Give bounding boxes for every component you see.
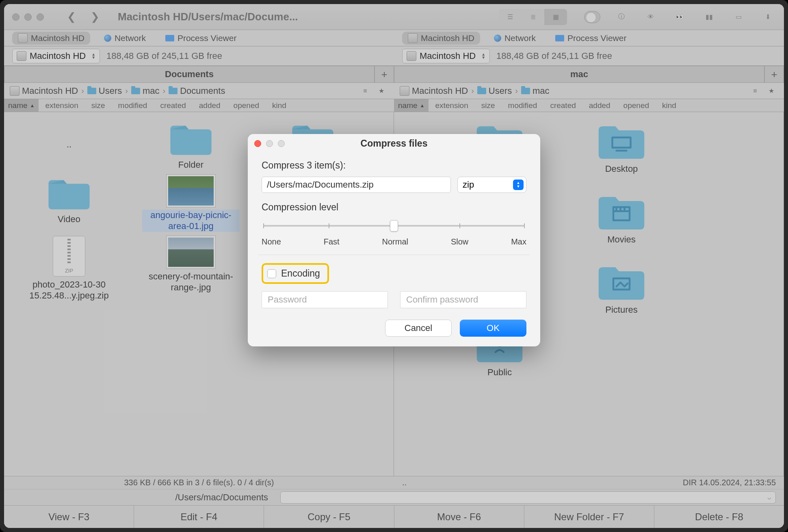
image-thumbnail (167, 236, 215, 268)
column-header-added[interactable]: added (193, 99, 227, 112)
close-window-icon[interactable] (12, 13, 19, 21)
compression-slider[interactable] (263, 218, 525, 233)
tab-add-right[interactable]: + (764, 66, 784, 83)
column-header-extension[interactable]: extension (429, 99, 474, 112)
file-label: .. (67, 139, 71, 150)
column-headers: name▲extensionsizemodifiedcreatedaddedop… (4, 99, 784, 112)
breadcrumb-segment[interactable]: Users (87, 86, 122, 96)
column-header-size[interactable]: size (85, 99, 112, 112)
status-left: 336 KB / 666 KB in 3 / 6 file(s). 0 / 4 … (124, 478, 274, 487)
breadcrumb-segment[interactable]: Users (477, 86, 512, 96)
process-viewer-icon (555, 35, 564, 41)
tab-left[interactable]: Documents (4, 66, 375, 83)
network-icon (494, 35, 501, 42)
toggle-switch[interactable] (584, 9, 600, 25)
file-item[interactable]: ZIPphoto_2023-10-30 15.25.48...y.jpeg.zi… (8, 236, 130, 301)
columns-icon[interactable]: ▮▮ (701, 9, 717, 25)
column-header-opened[interactable]: opened (617, 99, 656, 112)
column-header-name[interactable]: name▲ (4, 99, 39, 112)
volume-select-right[interactable]: Macintosh HD▲▼ (402, 49, 490, 63)
confirm-password-input[interactable]: Confirm password (400, 291, 526, 308)
fn-button[interactable]: New Folder - F7 (524, 506, 654, 528)
favorite-pv-left[interactable]: Process Viewer (160, 32, 242, 45)
nav-back-button[interactable]: ❮ (63, 9, 80, 25)
column-header-kind[interactable]: kind (656, 99, 683, 112)
download-icon[interactable]: ⬇ (760, 9, 776, 25)
breadcrumb-star-icon[interactable]: ★ (764, 85, 778, 97)
folder-icon (521, 88, 530, 94)
breadcrumb-segment[interactable]: Documents (169, 86, 225, 96)
tab-right[interactable]: mac (394, 66, 764, 83)
compression-level-option: Max (511, 237, 526, 247)
favorite-hd-left[interactable]: Macintosh HD (12, 32, 90, 45)
minimize-window-icon[interactable] (24, 13, 32, 21)
view-columns-icon[interactable]: ≣ (522, 9, 544, 25)
favorite-network-right[interactable]: Network (488, 32, 541, 45)
folder-item[interactable]: Movies (561, 191, 682, 245)
compression-level-option: Normal (382, 237, 408, 247)
column-header-name[interactable]: name▲ (394, 99, 429, 112)
info-icon[interactable]: ⓘ (613, 9, 630, 25)
tab-add-left[interactable]: + (375, 66, 394, 83)
fn-button[interactable]: Move - F6 (394, 506, 524, 528)
view-list-icon[interactable]: ☰ (499, 9, 522, 25)
view-grid-icon[interactable]: ▦ (544, 9, 567, 25)
favorite-pv-right[interactable]: Process Viewer (550, 32, 632, 45)
file-item[interactable]: angourie-bay-picnic-area-01.jpg (130, 175, 252, 232)
folder-item[interactable]: Desktop (561, 120, 682, 175)
ok-button[interactable]: OK (460, 320, 526, 337)
file-item[interactable]: scenery-of-mountain-range-.jpg (130, 236, 252, 301)
breadcrumb-segment[interactable]: Macintosh HD (10, 86, 78, 96)
archive-format-select[interactable]: zip ▲▼ (457, 177, 526, 193)
breadcrumb-menu-icon[interactable]: ≡ (748, 85, 762, 97)
breadcrumb-bar: Macintosh HD›Users›mac›Documents≡★ Macin… (4, 83, 784, 99)
binoculars-icon[interactable]: 👀 (672, 9, 688, 25)
breadcrumb-segment[interactable]: mac (131, 86, 160, 96)
favorite-hd-right[interactable]: Macintosh HD (402, 32, 480, 45)
favorite-network-left[interactable]: Network (98, 32, 152, 45)
breadcrumb-menu-icon[interactable]: ≡ (358, 85, 372, 97)
share-icon[interactable]: ▭ (730, 9, 747, 25)
file-item[interactable]: .. (8, 120, 130, 171)
volume-select-left[interactable]: Macintosh HD▲▼ (12, 49, 100, 63)
path-bar: /Users/mac/Documents ⌵ (4, 489, 784, 505)
file-item[interactable]: Folder (130, 120, 252, 171)
column-header-modified[interactable]: modified (502, 99, 544, 112)
nav-forward-button[interactable]: ❯ (87, 9, 103, 25)
function-key-bar: View - F3Edit - F4Copy - F5Move - F6New … (4, 505, 784, 528)
volume-free-left: 188,48 GB of 245,11 GB free (106, 51, 222, 61)
folder-item[interactable]: Pictures (561, 261, 682, 316)
breadcrumb-segment[interactable]: Macintosh HD (400, 86, 468, 96)
column-header-opened[interactable]: opened (227, 99, 266, 112)
fn-button[interactable]: Edit - F4 (134, 506, 264, 528)
encoding-checkbox[interactable] (267, 269, 276, 278)
password-input[interactable]: Password (262, 291, 388, 308)
path-dropdown[interactable]: ⌵ (280, 491, 776, 504)
titlebar: ❮ ❯ Macintosh HD/Users/mac/Docume... ☰ ≣… (4, 4, 784, 30)
column-header-added[interactable]: added (582, 99, 617, 112)
chevron-updown-icon: ▲▼ (481, 53, 485, 59)
preview-icon[interactable]: 👁 (643, 9, 659, 25)
dialog-close-icon[interactable] (254, 140, 261, 147)
folder-label: Public (487, 367, 512, 378)
breadcrumb-star-icon[interactable]: ★ (375, 85, 388, 97)
column-header-created[interactable]: created (543, 99, 582, 112)
folder-icon (45, 175, 93, 211)
cancel-button[interactable]: Cancel (385, 320, 452, 337)
slider-thumb[interactable] (390, 220, 398, 231)
fn-button[interactable]: Copy - F5 (264, 506, 394, 528)
column-header-modified[interactable]: modified (112, 99, 154, 112)
column-header-extension[interactable]: extension (39, 99, 84, 112)
fn-button[interactable]: View - F3 (4, 506, 134, 528)
view-mode-group: ☰ ≣ ▦ (499, 9, 567, 25)
desktop-folder-icon (595, 120, 648, 161)
process-viewer-icon (165, 35, 174, 41)
file-item[interactable]: Video (8, 175, 130, 232)
column-header-size[interactable]: size (475, 99, 502, 112)
fn-button[interactable]: Delete - F8 (654, 506, 784, 528)
archive-path-input[interactable]: /Users/mac/Documents.zip (262, 177, 451, 193)
breadcrumb-segment[interactable]: mac (521, 86, 550, 96)
column-header-created[interactable]: created (154, 99, 192, 112)
column-header-kind[interactable]: kind (266, 99, 293, 112)
zoom-window-icon[interactable] (37, 13, 44, 21)
